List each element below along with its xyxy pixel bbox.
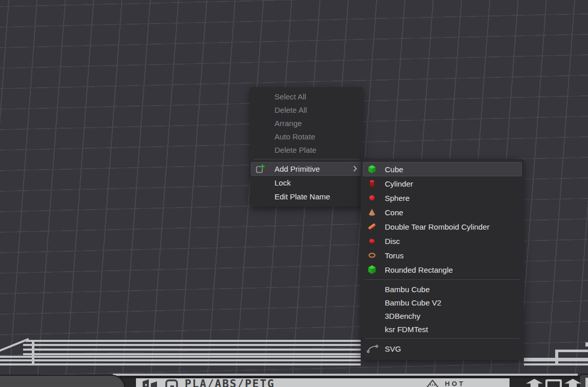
- menu-item-add-primitive[interactable]: Add Primitive: [251, 162, 362, 176]
- plate-edge-line: [0, 359, 361, 361]
- plate-edge-line: [26, 340, 361, 342]
- plate-surface-label: PLA/ABS/PETG: [185, 378, 275, 387]
- menu-separator: [365, 279, 520, 280]
- torus-icon: [367, 251, 377, 260]
- sphere-icon: [367, 193, 377, 202]
- submenu-item-cone[interactable]: Cone: [363, 205, 522, 219]
- plate-edge-line: [23, 344, 361, 346]
- submenu-item-sphere[interactable]: Sphere: [363, 191, 522, 205]
- submenu-item-svg[interactable]: SVG: [363, 341, 522, 356]
- hot-warning-label: HOT: [445, 380, 465, 387]
- menu-item-label: Edit Plate Name: [275, 192, 330, 201]
- bezier-curve-icon: [366, 344, 379, 353]
- submenu-item-label: Disc: [385, 237, 400, 246]
- menu-item-label: Arrange: [275, 119, 302, 128]
- submenu-item-label: Rounded Rectangle: [385, 266, 453, 274]
- square-outline-icon[interactable]: [545, 379, 562, 387]
- submenu-item-bambu-cube[interactable]: Bambu Cube: [363, 282, 522, 296]
- plate-edge-line: [555, 350, 588, 352]
- submenu-item-label: Cone: [385, 208, 403, 217]
- menu-item-label: Auto Rotate: [275, 132, 315, 141]
- plate-edge-line: [585, 342, 588, 347]
- submenu-item-double-tear-romboid-cylinder[interactable]: Double Tear Romboid Cylinder: [363, 219, 522, 234]
- 3d-viewport[interactable]: PLA/ABS/PETG HOT Select All Delete All A…: [0, 0, 588, 387]
- submenu-item-label: 3DBenchy: [385, 312, 420, 320]
- menu-item-label: Lock: [275, 178, 291, 187]
- cone-icon: [367, 208, 377, 217]
- submenu-item-ksr-fdmtest[interactable]: ksr FDMTest: [363, 322, 522, 336]
- plate-edge-line: [23, 349, 361, 351]
- submenu-item-label: SVG: [385, 344, 401, 353]
- hot-warning-icon: [425, 379, 440, 387]
- cube-icon: [367, 165, 377, 174]
- disc-icon: [367, 236, 377, 246]
- plate-edge-line: [32, 340, 34, 365]
- menu-item-label: Add Primitive: [275, 165, 320, 173]
- submenu-item-cylinder[interactable]: Cylinder: [363, 176, 522, 191]
- submenu-item-3dbenchy[interactable]: 3DBenchy: [363, 309, 522, 322]
- menu-item-arrange[interactable]: Arrange: [251, 116, 362, 130]
- submenu-item-label: Bambu Cube: [385, 285, 430, 294]
- plate-label-strip: PLA/ABS/PETG HOT: [136, 378, 509, 387]
- menu-item-select-all[interactable]: Select All: [251, 90, 362, 103]
- menu-item-delete-all[interactable]: Delete All: [251, 103, 362, 116]
- menu-item-delete-plate[interactable]: Delete Plate: [251, 143, 362, 156]
- submenu-item-label: Sphere: [385, 194, 409, 202]
- plate-edge-sliver: [585, 378, 588, 387]
- plate-corner-tab-left: [0, 375, 125, 387]
- submenu-item-cube[interactable]: Cube: [363, 162, 522, 176]
- submenu-item-rounded-rectangle[interactable]: Rounded Rectangle: [363, 262, 522, 277]
- menu-item-label: Delete Plate: [275, 146, 317, 154]
- add-primitive-icon: [255, 164, 265, 174]
- submenu-item-label: Torus: [385, 251, 404, 260]
- menu-item-edit-plate-name[interactable]: Edit Plate Name: [251, 190, 362, 203]
- plate-context-menu: Select All Delete All Arrange Auto Rotat…: [250, 87, 363, 207]
- submenu-chevron-icon: [353, 166, 357, 172]
- romboid-cylinder-icon: [367, 222, 377, 231]
- submenu-item-label: Double Tear Romboid Cylinder: [385, 222, 489, 231]
- menu-item-label: Delete All: [275, 106, 307, 114]
- submenu-item-label: ksr FDMTest: [385, 325, 428, 334]
- menu-separator: [254, 159, 359, 159]
- submenu-item-label: Cube: [385, 165, 403, 174]
- rounded-rectangle-icon: [367, 265, 377, 274]
- plate-edge-line: [555, 350, 558, 365]
- menu-item-label: Select All: [275, 92, 306, 101]
- bambu-logo-icon: [143, 379, 159, 387]
- submenu-item-disc[interactable]: Disc: [363, 234, 522, 248]
- submenu-item-bambu-cube-v2[interactable]: Bambu Cube V2: [363, 296, 522, 309]
- menu-item-lock[interactable]: Lock: [251, 176, 362, 190]
- submenu-item-label: Cylinder: [385, 179, 413, 188]
- menu-item-auto-rotate[interactable]: Auto Rotate: [251, 130, 362, 143]
- add-primitive-submenu: Cube Cylinder Sphere: [361, 159, 524, 360]
- plate-edge-line: [23, 353, 361, 355]
- cylinder-icon: [367, 179, 377, 188]
- plate-edge-line: [0, 356, 361, 358]
- plate-type-icon: [165, 379, 179, 387]
- plate-edge-line: [0, 363, 361, 365]
- submenu-item-label: Bambu Cube V2: [385, 298, 441, 307]
- menu-separator: [365, 338, 520, 339]
- submenu-item-torus[interactable]: Torus: [363, 248, 522, 262]
